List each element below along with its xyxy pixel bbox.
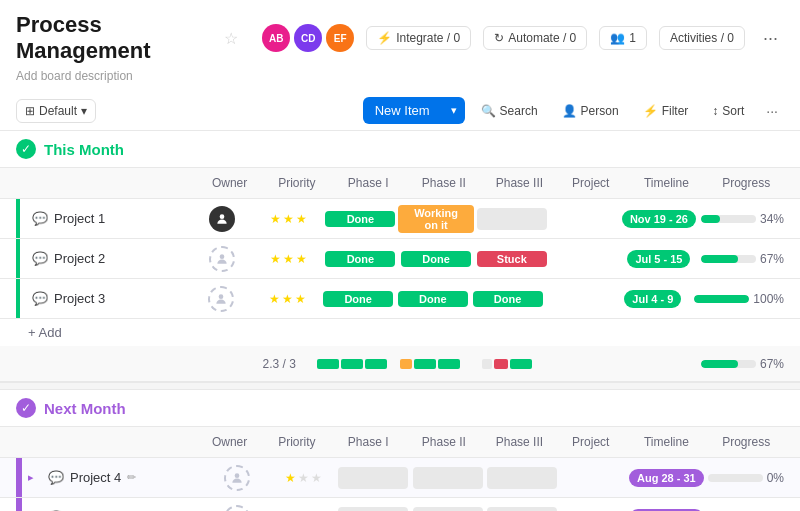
avatar-empty: [224, 465, 250, 491]
row-priority[interactable]: ★ ★ ★: [255, 212, 322, 226]
summary-phase3: [469, 359, 546, 369]
automate-button[interactable]: ↻ Automate / 0: [483, 26, 587, 50]
row-phase3[interactable]: Done: [470, 291, 545, 307]
row-phase1[interactable]: [336, 467, 410, 489]
row-name: 💬 Project 4 ✏: [44, 470, 204, 485]
col-phase3-header: Phase III: [482, 435, 558, 449]
row-phase2[interactable]: [410, 507, 484, 512]
view-default-button[interactable]: ⊞ Default ▾: [16, 99, 96, 123]
row-phase1[interactable]: Done: [323, 251, 399, 267]
section-next-month-title: Next Month: [44, 400, 126, 417]
row-timeline[interactable]: Aug 28 - 31: [625, 469, 708, 487]
summary-progress-value: 67%: [760, 357, 784, 371]
row-phase2[interactable]: [410, 467, 484, 489]
col-priority-header: Priority: [263, 435, 330, 449]
phase-badge: Stuck: [477, 251, 547, 267]
phase-badge: Done: [398, 291, 468, 307]
person-icon: 👤: [562, 104, 577, 118]
people-button[interactable]: 👥 1: [599, 26, 647, 50]
row-priority[interactable]: ★ ★ ★: [270, 471, 336, 485]
col-timeline-header: Timeline: [624, 435, 708, 449]
col-priority-header: Priority: [263, 176, 330, 190]
edit-icon[interactable]: ✏: [127, 471, 136, 484]
row-name: 💬 Project 2: [28, 251, 188, 266]
row-phase2[interactable]: Done: [398, 251, 474, 267]
row-progress: 34%: [701, 212, 784, 226]
row-indent: [16, 199, 20, 238]
person-filter-button[interactable]: 👤 Person: [554, 100, 627, 122]
activities-button[interactable]: Activities / 0: [659, 26, 745, 50]
favorite-icon[interactable]: ☆: [224, 29, 238, 48]
row-owner[interactable]: [188, 246, 255, 272]
progress-value: 34%: [760, 212, 784, 226]
row-timeline[interactable]: Jul 5 - 15: [617, 250, 701, 268]
row-phase1[interactable]: [336, 507, 410, 512]
svg-point-2: [219, 294, 224, 299]
row-priority[interactable]: ★ ★ ★: [255, 252, 322, 266]
row-priority[interactable]: ★ ★ ★: [254, 292, 320, 306]
col-name-header: [16, 179, 196, 187]
new-item-dropdown-button[interactable]: ▾: [443, 98, 465, 123]
avatar-empty: [208, 286, 234, 312]
row-indent: [16, 239, 20, 278]
row-timeline[interactable]: Nov 19 - 26: [617, 210, 701, 228]
add-item-button[interactable]: + Add: [0, 319, 800, 346]
search-button[interactable]: 🔍 Search: [473, 100, 546, 122]
avatar-group: AB CD EF: [262, 24, 354, 52]
timeline-badge: Aug 28 - 31: [629, 469, 704, 487]
new-item-main-button[interactable]: New Item: [363, 97, 442, 124]
progress-value: 67%: [760, 252, 784, 266]
row-owner[interactable]: [204, 505, 270, 512]
add-description-link[interactable]: Add board description: [16, 69, 133, 83]
row-name: 💬 Project 3: [28, 291, 188, 306]
row-arrow[interactable]: ▸: [28, 471, 44, 484]
row-indent: [16, 279, 20, 318]
svg-point-1: [219, 254, 224, 259]
toolbar-more-button[interactable]: ···: [760, 99, 784, 123]
phase-badge: Working on it: [398, 205, 474, 233]
star-filled: ★: [282, 292, 293, 306]
row-progress: 67%: [701, 252, 784, 266]
more-options-button[interactable]: ···: [757, 24, 784, 53]
row-phase1[interactable]: Done: [323, 211, 399, 227]
section-this-month-icon: ✓: [16, 139, 36, 159]
col-progress-header: Progress: [708, 176, 784, 190]
row-phase2[interactable]: Working on it: [398, 205, 474, 233]
col-progress-header: Progress: [708, 435, 784, 449]
sort-button[interactable]: ↕ Sort: [704, 100, 752, 122]
filter-icon: ⚡: [643, 104, 658, 118]
row-phase1[interactable]: Done: [321, 291, 396, 307]
row-phase3[interactable]: Stuck: [474, 251, 550, 267]
star-filled: ★: [295, 292, 306, 306]
integrate-button[interactable]: ⚡ Integrate / 0: [366, 26, 471, 50]
row-owner[interactable]: [188, 206, 255, 232]
toolbar: ⊞ Default ▾ New Item ▾ 🔍 Search 👤 Person…: [0, 91, 800, 131]
comment-icon[interactable]: 💬: [48, 470, 64, 485]
row-phase3[interactable]: [474, 208, 550, 230]
new-item-button[interactable]: New Item ▾: [363, 97, 465, 124]
avatar-2: CD: [294, 24, 322, 52]
row-phase3[interactable]: [485, 507, 559, 512]
star-filled: ★: [285, 471, 296, 485]
col-phase1-header: Phase I: [330, 435, 406, 449]
comment-icon[interactable]: 💬: [32, 291, 48, 306]
phase-empty: [487, 467, 557, 489]
phase-empty: [338, 507, 408, 512]
grid-icon: ⊞: [25, 104, 35, 118]
star-filled: ★: [270, 212, 281, 226]
comment-icon[interactable]: 💬: [32, 251, 48, 266]
col-phase3-header: Phase III: [482, 176, 558, 190]
filter-button[interactable]: ⚡ Filter: [635, 100, 697, 122]
phase-empty: [413, 467, 483, 489]
people-icon: 👥: [610, 31, 625, 45]
section-this-month-header: ✓ This Month: [0, 131, 800, 167]
row-owner[interactable]: [188, 286, 254, 312]
phase-badge: Done: [473, 291, 543, 307]
comment-icon[interactable]: 💬: [32, 211, 48, 226]
row-timeline[interactable]: Jul 4 - 9: [611, 290, 694, 308]
row-phase2[interactable]: Done: [396, 291, 471, 307]
row-phase3[interactable]: [485, 467, 559, 489]
row-owner[interactable]: [204, 465, 270, 491]
automate-icon: ↻: [494, 31, 504, 45]
phase-badge: Done: [325, 211, 395, 227]
